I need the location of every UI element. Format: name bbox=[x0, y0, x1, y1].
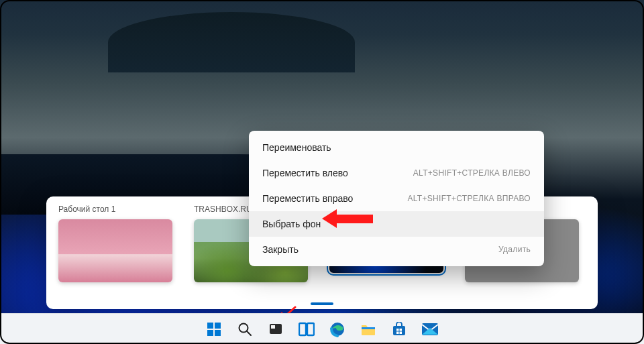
explorer-button[interactable] bbox=[356, 317, 381, 342]
menu-label: Закрыть bbox=[262, 244, 299, 255]
menu-label: Переместить влево bbox=[262, 168, 348, 178]
mail-icon bbox=[421, 323, 439, 336]
menu-choose-background[interactable]: Выбрать фон bbox=[249, 211, 544, 237]
svg-rect-16 bbox=[400, 331, 402, 334]
menu-shortcut: Удалить bbox=[498, 245, 531, 254]
svg-rect-9 bbox=[307, 323, 314, 335]
svg-rect-2 bbox=[207, 330, 213, 336]
virtual-desktop-thumb[interactable] bbox=[58, 219, 172, 282]
menu-label: Переименовать bbox=[262, 142, 331, 153]
svg-rect-13 bbox=[396, 329, 399, 331]
mail-button[interactable] bbox=[417, 317, 443, 342]
store-button[interactable] bbox=[386, 317, 412, 342]
taskview-icon bbox=[299, 322, 315, 337]
menu-shortcut: ALT+SHIFT+СТРЕЛКА ВПРАВО bbox=[407, 194, 531, 203]
svg-rect-3 bbox=[215, 330, 221, 336]
svg-line-5 bbox=[247, 331, 251, 335]
menu-rename[interactable]: Переименовать bbox=[249, 135, 544, 160]
virtual-desktop-1[interactable]: Рабочий стол 1 bbox=[58, 205, 172, 282]
virtual-desktop-label: Рабочий стол 1 bbox=[58, 205, 172, 214]
svg-rect-8 bbox=[299, 323, 306, 335]
menu-move-left[interactable]: Переместить влево ALT+SHIFT+СТРЕЛКА ВЛЕВ… bbox=[249, 160, 544, 186]
svg-rect-7 bbox=[271, 325, 275, 329]
svg-rect-1 bbox=[215, 323, 221, 329]
menu-label: Выбрать фон bbox=[262, 219, 321, 229]
search-button[interactable] bbox=[232, 317, 258, 342]
store-icon bbox=[392, 322, 407, 337]
menu-move-right[interactable]: Переместить вправо ALT+SHIFT+СТРЕЛКА ВПР… bbox=[249, 186, 544, 211]
taskview-button[interactable] bbox=[294, 317, 319, 342]
start-button[interactable] bbox=[201, 317, 227, 342]
svg-rect-11 bbox=[362, 327, 375, 329]
svg-rect-14 bbox=[400, 329, 402, 331]
svg-rect-0 bbox=[207, 323, 213, 329]
search-icon bbox=[237, 322, 252, 337]
windows-icon bbox=[207, 322, 221, 337]
desktop-context-menu: Переименовать Переместить влево ALT+SHIF… bbox=[249, 131, 544, 266]
svg-rect-15 bbox=[396, 331, 399, 334]
folder-icon bbox=[360, 322, 376, 337]
menu-shortcut: ALT+SHIFT+СТРЕЛКА ВЛЕВО bbox=[413, 168, 531, 178]
edge-button[interactable] bbox=[325, 317, 350, 342]
taskview-legacy-button[interactable] bbox=[263, 317, 288, 342]
menu-close[interactable]: Закрыть Удалить bbox=[249, 237, 544, 262]
menu-label: Переместить вправо bbox=[262, 193, 353, 204]
panel-handle[interactable] bbox=[311, 302, 333, 305]
desktop-icon bbox=[268, 322, 283, 337]
edge-icon bbox=[329, 321, 345, 337]
svg-rect-12 bbox=[393, 326, 405, 335]
taskbar bbox=[0, 313, 644, 344]
